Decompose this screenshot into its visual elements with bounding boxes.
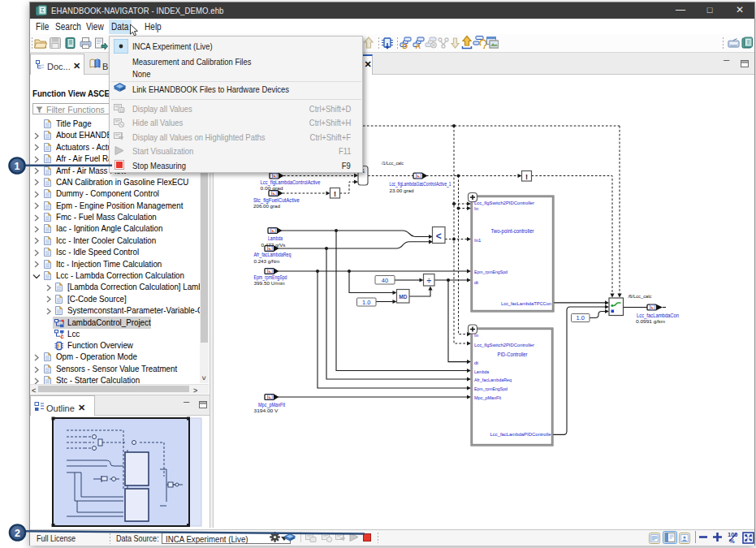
svg-text:2: 2 xyxy=(15,528,20,539)
svg-text:1: 1 xyxy=(15,161,20,172)
